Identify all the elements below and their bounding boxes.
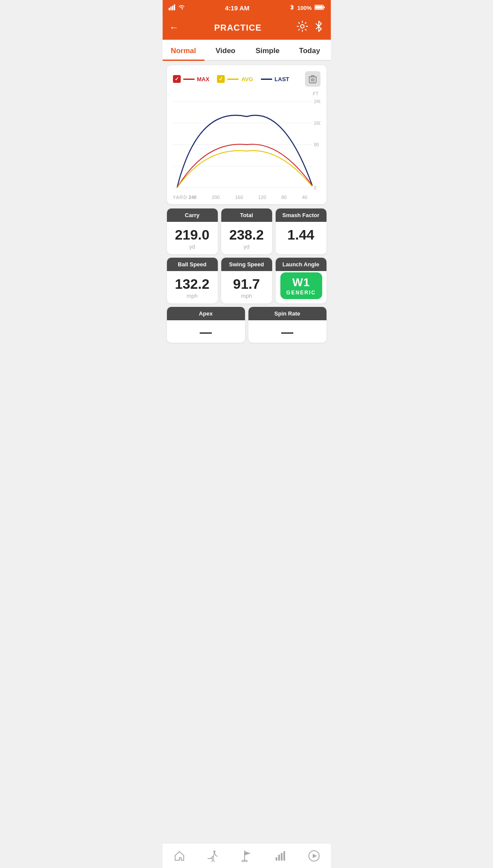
bluetooth-header-icon[interactable] <box>314 21 323 35</box>
stat-spin-rate-label: Spin Rate <box>248 307 327 320</box>
stat-total: Total 238.2 yd <box>221 208 272 254</box>
back-button[interactable]: ← <box>170 22 179 33</box>
bluetooth-icon <box>289 4 295 12</box>
stat-apex-label: Apex <box>167 307 245 320</box>
x-label-80: 80 <box>282 195 287 200</box>
svg-point-7 <box>301 25 304 28</box>
tab-video[interactable]: Video <box>204 41 247 61</box>
x-label-200: 200 <box>212 195 220 200</box>
stat-carry-label: Carry <box>167 208 218 222</box>
svg-text:240: 240 <box>314 99 320 104</box>
stat-swing-speed-label: Swing Speed <box>221 258 272 271</box>
status-bar: 4:19 AM 100% <box>163 0 331 16</box>
w1-badge[interactable]: W1 GENERIC <box>280 272 322 299</box>
chart-svg: 240 160 80 0 <box>173 97 320 192</box>
delete-button[interactable] <box>305 71 320 87</box>
svg-text:0: 0 <box>314 185 316 190</box>
stat-spin-rate-value: — <box>251 326 324 338</box>
chart-section: ✓ MAX ✓ AVG LAST FT <box>167 65 327 204</box>
status-right: 100% <box>289 4 324 12</box>
header-icons <box>297 21 323 35</box>
stats-row-2: Ball Speed 132.2 mph Swing Speed 91.7 mp… <box>167 258 327 303</box>
tab-simple[interactable]: Simple <box>247 41 289 61</box>
svg-rect-0 <box>169 8 170 10</box>
stat-total-unit: yd <box>224 243 270 250</box>
legend-avg[interactable]: ✓ AVG <box>217 75 253 83</box>
stat-smash: Smash Factor 1.44 <box>276 208 327 254</box>
stats-row-3: Apex — Spin Rate — <box>167 307 327 343</box>
battery-percent: 100% <box>297 5 311 11</box>
legend-avg-label: AVG <box>241 76 253 82</box>
stats-row-1: Carry 219.0 yd Total 238.2 yd Smash Fact… <box>167 208 327 254</box>
ft-label: FT <box>173 91 320 96</box>
stat-swing-speed-unit: mph <box>224 293 270 299</box>
svg-text:160: 160 <box>314 120 320 126</box>
trajectory-chart: FT 240 160 80 0 YARD 240 200 160 120 <box>173 91 320 200</box>
max-checkbox[interactable]: ✓ <box>173 75 181 83</box>
last-line <box>261 79 272 80</box>
chart-x-axis: YARD 240 200 160 120 80 40 <box>173 194 320 200</box>
legend-max-label: MAX <box>197 76 210 82</box>
x-label-120: 120 <box>258 195 266 200</box>
signal-icon <box>169 4 176 12</box>
stat-total-value: 238.2 <box>224 228 270 242</box>
stat-swing-speed: Swing Speed 91.7 mph <box>221 258 272 303</box>
signal-area <box>169 4 185 12</box>
stat-carry-unit: yd <box>170 243 215 250</box>
stat-smash-label: Smash Factor <box>276 208 327 222</box>
tab-bar: Normal Video Simple Today <box>163 40 331 61</box>
tab-today[interactable]: Today <box>289 41 331 61</box>
stat-ball-speed-value: 132.2 <box>170 277 215 291</box>
battery-icon <box>314 5 325 11</box>
avg-checkbox[interactable]: ✓ <box>217 75 225 83</box>
stat-apex: Apex — <box>167 307 245 343</box>
stat-ball-speed: Ball Speed 132.2 mph <box>167 258 218 303</box>
legend-last-label: LAST <box>275 76 289 82</box>
stat-launch-angle-label: Launch Angle <box>276 258 327 271</box>
svg-rect-3 <box>174 4 175 10</box>
svg-text:80: 80 <box>314 142 319 147</box>
stat-smash-value: 1.44 <box>278 228 324 242</box>
stat-total-label: Total <box>221 208 272 222</box>
legend-last[interactable]: LAST <box>261 76 289 82</box>
x-label-160: 160 <box>235 195 243 200</box>
svg-rect-5 <box>323 6 325 8</box>
svg-rect-1 <box>170 6 172 10</box>
settings-icon[interactable] <box>297 21 308 35</box>
svg-rect-6 <box>315 6 323 9</box>
header-title: PRACTICE <box>214 23 261 33</box>
x-yard-label: YARD 240 <box>173 195 197 200</box>
max-line <box>183 79 195 80</box>
status-time: 4:19 AM <box>225 4 249 12</box>
w1-badge-main: W1 <box>286 276 316 289</box>
wifi-icon <box>178 5 185 11</box>
stat-ball-speed-label: Ball Speed <box>167 258 218 271</box>
stat-smash-unit <box>278 243 324 250</box>
stat-swing-speed-value: 91.7 <box>224 277 270 291</box>
stat-spin-rate: Spin Rate — <box>248 307 327 343</box>
tab-normal[interactable]: Normal <box>163 41 205 61</box>
stat-apex-value: — <box>170 326 242 338</box>
legend-max[interactable]: ✓ MAX <box>173 75 210 83</box>
stat-carry: Carry 219.0 yd <box>167 208 218 254</box>
x-label-40: 40 <box>302 195 307 200</box>
stat-ball-speed-unit: mph <box>170 293 215 299</box>
w1-badge-sub: GENERIC <box>286 290 316 296</box>
stat-carry-value: 219.0 <box>170 228 215 242</box>
svg-rect-2 <box>172 6 173 10</box>
app-header: ← PRACTICE <box>163 16 331 40</box>
avg-line <box>227 79 239 80</box>
chart-legend: ✓ MAX ✓ AVG LAST <box>173 71 320 87</box>
